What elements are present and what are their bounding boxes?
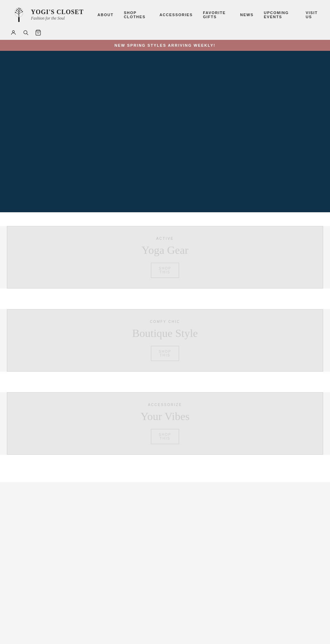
svg-point-19 [24, 31, 27, 34]
nav-item-news[interactable]: NEWS [240, 13, 254, 17]
header-icons [10, 27, 320, 40]
vibes-title: Your Vibes [141, 410, 190, 423]
svg-point-14 [21, 10, 22, 11]
account-button[interactable] [10, 30, 16, 36]
boutique-style-card: COMFY CHIC Boutique Style SHOPTHIS [7, 309, 323, 372]
nav-item-about[interactable]: ABOUT [98, 13, 114, 17]
yoga-gear-shop-button[interactable]: SHOPTHIS [151, 263, 179, 278]
main-nav: ABOUTSHOP CLOTHESACCESSORIESFAVORITE GIF… [98, 11, 320, 19]
nav-item-favorite-gifts[interactable]: FAVORITE GIFTS [203, 11, 230, 19]
svg-point-17 [19, 8, 20, 9]
cart-icon [35, 30, 41, 36]
search-button[interactable] [23, 30, 29, 36]
gap-2 [0, 372, 330, 392]
boutique-title: Boutique Style [132, 327, 198, 340]
svg-point-12 [22, 11, 23, 12]
nav-item-visit-us[interactable]: VISIT US [306, 11, 320, 19]
announcement-text: NEW SPRING STYLES ARRIVING WEEKLY! [114, 43, 216, 47]
vibes-shop-button[interactable]: SHOPTHIS [151, 429, 179, 444]
search-icon [23, 30, 29, 36]
cart-button[interactable] [35, 30, 41, 36]
yoga-gear-card: ACTIVE Yoga Gear SHOPTHIS [7, 226, 323, 289]
account-icon [10, 30, 16, 36]
logo-area[interactable]: YOGI'S CLOSET Fashion for the Soul [10, 6, 84, 23]
svg-point-11 [15, 12, 16, 13]
gap-1 [0, 289, 330, 309]
spacer-1 [0, 212, 330, 226]
logo-title: YOGI'S CLOSET [31, 9, 84, 16]
boutique-label: COMFY CHIC [150, 320, 180, 324]
header: YOGI'S CLOSET Fashion for the Soul ABOUT… [0, 0, 330, 40]
announcement-bar: NEW SPRING STYLES ARRIVING WEEKLY! [0, 40, 330, 51]
vibes-label: ACCESSORIZE [148, 403, 182, 407]
nav-item-upcoming-events[interactable]: UPCOMING EVENTS [264, 11, 296, 19]
svg-point-18 [12, 31, 14, 33]
boutique-shop-button[interactable]: SHOPTHIS [151, 346, 179, 361]
logo-icon [10, 6, 28, 23]
svg-rect-0 [18, 17, 20, 22]
nav-item-shop-clothes[interactable]: SHOP CLOTHES [124, 11, 149, 19]
yoga-gear-label: ACTIVE [156, 237, 174, 240]
your-vibes-card: ACCESSORIZE Your Vibes SHOPTHIS [7, 392, 323, 455]
svg-point-16 [20, 9, 21, 10]
bottom-space [0, 455, 330, 482]
header-top: YOGI'S CLOSET Fashion for the Soul ABOUT… [10, 0, 320, 27]
svg-line-20 [27, 34, 28, 35]
yoga-gear-title: Yoga Gear [142, 244, 188, 257]
nav-item-accessories[interactable]: ACCESSORIES [160, 13, 193, 17]
svg-point-15 [17, 9, 18, 10]
svg-point-13 [16, 10, 17, 11]
logo-text-area: YOGI'S CLOSET Fashion for the Soul [31, 9, 84, 21]
logo-subtitle: Fashion for the Soul [31, 16, 84, 21]
hero-section [0, 51, 330, 212]
